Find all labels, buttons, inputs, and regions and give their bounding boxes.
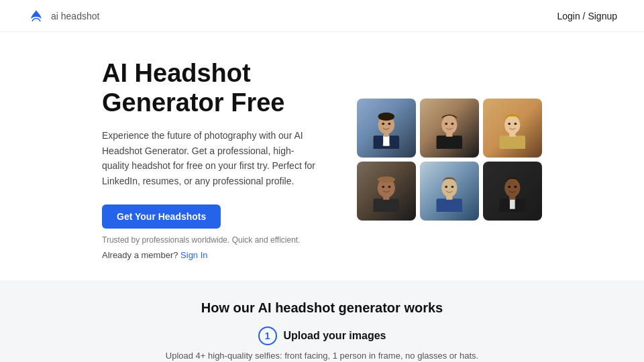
how-it-works-section: How our AI headshot generator works 1 Up… bbox=[0, 280, 644, 362]
headshot-cell-2 bbox=[420, 99, 479, 158]
svg-point-28 bbox=[451, 186, 454, 188]
signin-link[interactable]: Sign In bbox=[180, 250, 207, 260]
hero-description: Experience the future of photography wit… bbox=[102, 128, 317, 188]
svg-rect-13 bbox=[500, 136, 525, 149]
get-headshots-button[interactable]: Get Your Headshots bbox=[102, 204, 221, 229]
svg-point-12 bbox=[451, 123, 454, 125]
svg-point-26 bbox=[441, 178, 457, 197]
svg-rect-18 bbox=[374, 199, 399, 212]
svg-point-10 bbox=[441, 115, 457, 134]
hero-content: AI Headshot Generator Free Experience th… bbox=[102, 59, 317, 260]
svg-point-15 bbox=[504, 115, 520, 134]
hero-section: AI Headshot Generator Free Experience th… bbox=[0, 32, 644, 280]
hero-title: AI Headshot Generator Free bbox=[102, 59, 317, 117]
logo-text: ai headshot bbox=[51, 11, 99, 21]
svg-point-6 bbox=[382, 123, 384, 125]
svg-point-23 bbox=[388, 186, 391, 188]
svg-point-7 bbox=[388, 123, 391, 125]
svg-point-27 bbox=[445, 186, 447, 188]
svg-point-22 bbox=[382, 186, 384, 188]
svg-rect-8 bbox=[437, 136, 462, 149]
svg-point-17 bbox=[515, 123, 517, 125]
trust-text: Trusted by professionals worldwide. Quic… bbox=[102, 235, 317, 245]
svg-point-11 bbox=[445, 123, 447, 125]
svg-point-21 bbox=[378, 176, 395, 182]
headshot-cell-6 bbox=[483, 162, 542, 221]
step-description: Upload 4+ high-quality selfies: front fa… bbox=[27, 351, 617, 361]
headshot-grid bbox=[357, 99, 542, 221]
how-title: How our AI headshot generator works bbox=[27, 300, 617, 316]
svg-rect-31 bbox=[510, 199, 515, 209]
headshot-cell-4 bbox=[357, 162, 416, 221]
headshot-cell-1 bbox=[357, 99, 416, 158]
svg-rect-24 bbox=[437, 199, 462, 212]
logo: ai headshot bbox=[27, 7, 99, 25]
svg-point-5 bbox=[378, 113, 395, 121]
navbar: ai headshot Login / Signup bbox=[0, 0, 644, 32]
svg-point-16 bbox=[508, 123, 511, 125]
logo-brand: ai headshot bbox=[51, 11, 99, 21]
headshot-cell-5 bbox=[420, 162, 479, 221]
login-signup-link[interactable]: Login / Signup bbox=[557, 11, 617, 21]
svg-point-35 bbox=[515, 186, 517, 188]
svg-point-34 bbox=[508, 186, 511, 188]
headshot-cell-3 bbox=[483, 99, 542, 158]
logo-icon bbox=[27, 7, 46, 25]
step-title: Upload your images bbox=[284, 330, 386, 342]
svg-rect-2 bbox=[383, 136, 389, 146]
signin-prompt: Already a member? Sign In bbox=[102, 250, 317, 260]
step-header: 1 Upload your images bbox=[27, 326, 617, 345]
svg-point-33 bbox=[504, 178, 520, 197]
step-badge: 1 bbox=[258, 326, 277, 345]
